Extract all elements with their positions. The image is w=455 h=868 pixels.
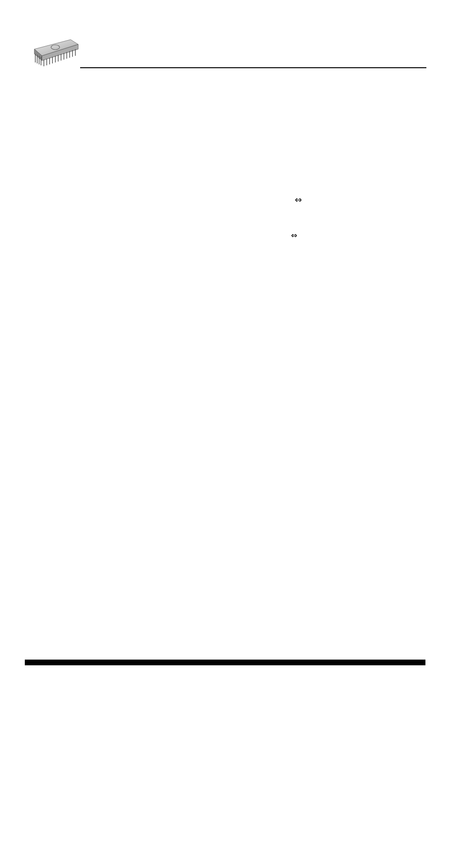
chip-icon: [29, 36, 80, 70]
bidirectional-arrow-icon: ⇔: [291, 231, 297, 240]
bidirectional-arrow-icon: ⇔: [295, 195, 302, 205]
header-divider: [80, 67, 426, 68]
footer-bar: [25, 660, 425, 665]
page-header: [29, 36, 426, 70]
